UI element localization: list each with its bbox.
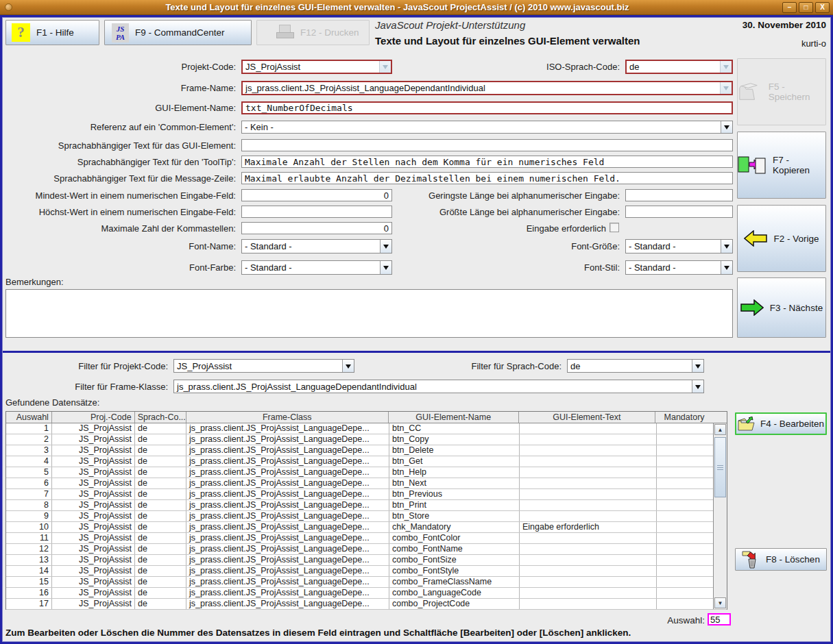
table-cell[interactable]: js_prass.client.JS_ProjAssist_LanguageDe… bbox=[186, 522, 389, 532]
table-cell[interactable]: de bbox=[135, 445, 186, 456]
table-cell[interactable]: js_prass.client.JS_ProjAssist_LanguageDe… bbox=[186, 544, 389, 554]
max-kommastellen-input[interactable]: 0 bbox=[241, 222, 392, 234]
table-cell[interactable]: js_prass.client.JS_ProjAssist_LanguageDe… bbox=[186, 456, 389, 467]
table-cell[interactable] bbox=[657, 544, 714, 554]
table-cell[interactable]: 15 bbox=[6, 577, 52, 587]
table-cell[interactable]: JS_ProjAssist bbox=[52, 423, 135, 434]
table-cell[interactable]: de bbox=[135, 544, 186, 554]
table-cell[interactable] bbox=[657, 500, 714, 510]
table-cell[interactable] bbox=[657, 467, 714, 478]
table-cell[interactable] bbox=[520, 423, 657, 434]
table-cell[interactable]: JS_ProjAssist bbox=[52, 599, 135, 609]
column-header[interactable]: GUI-Element-Name bbox=[389, 412, 519, 423]
table-cell[interactable]: js_prass.client.JS_ProjAssist_LanguageDe… bbox=[186, 423, 389, 434]
table-cell[interactable]: js_prass.client.JS_ProjAssist_LanguageDe… bbox=[186, 599, 389, 609]
table-cell[interactable]: de bbox=[135, 588, 186, 598]
table-cell[interactable]: combo_LanguageCode bbox=[389, 588, 520, 598]
table-cell[interactable]: combo_FrameClassName bbox=[389, 577, 520, 587]
filter-frame-klasse-combo[interactable]: js_prass.client.JS_ProjAssist_LanguageDe… bbox=[173, 380, 704, 393]
command-center-button[interactable]: JS PA F9 - CommandCenter bbox=[104, 20, 252, 45]
table-cell[interactable]: combo_FontSize bbox=[389, 555, 520, 565]
table-row[interactable]: 1JS_ProjAssistdejs_prass.client.JS_ProjA… bbox=[6, 423, 727, 434]
table-cell[interactable] bbox=[520, 445, 657, 456]
table-cell[interactable]: btn_Help bbox=[389, 467, 520, 478]
table-row[interactable]: 6JS_ProjAssistdejs_prass.client.JS_ProjA… bbox=[6, 478, 727, 489]
table-cell[interactable] bbox=[520, 478, 657, 488]
table-cell[interactable]: 11 bbox=[6, 533, 52, 543]
table-cell[interactable]: 6 bbox=[6, 478, 52, 488]
table-cell[interactable] bbox=[520, 434, 657, 445]
table-cell[interactable] bbox=[520, 588, 657, 598]
table-cell[interactable]: js_prass.client.JS_ProjAssist_LanguageDe… bbox=[186, 467, 389, 478]
projekt-code-combo[interactable]: JS_ProjAssist bbox=[241, 60, 392, 74]
table-cell[interactable] bbox=[657, 478, 714, 488]
table-cell[interactable]: js_prass.client.JS_ProjAssist_LanguageDe… bbox=[186, 566, 389, 576]
font-name-combo[interactable]: - Standard - bbox=[241, 239, 392, 253]
table-row[interactable]: 2JS_ProjAssistdejs_prass.client.JS_ProjA… bbox=[6, 434, 727, 445]
table-cell[interactable]: JS_ProjAssist bbox=[52, 577, 135, 587]
eingabe-erforderlich-checkbox[interactable] bbox=[609, 223, 619, 232]
table-cell[interactable]: JS_ProjAssist bbox=[52, 588, 135, 598]
table-cell[interactable] bbox=[657, 489, 714, 499]
table-cell[interactable]: 16 bbox=[6, 588, 52, 598]
table-row[interactable]: 8JS_ProjAssistdejs_prass.client.JS_ProjA… bbox=[6, 500, 727, 511]
hoechst-wert-input[interactable] bbox=[241, 206, 392, 218]
table-cell[interactable]: chk_Mandatory bbox=[389, 522, 520, 532]
table-row[interactable]: 4JS_ProjAssistdejs_prass.client.JS_ProjA… bbox=[6, 456, 727, 467]
column-header[interactable]: Frame-Class bbox=[186, 412, 389, 423]
font-groesse-combo[interactable]: - Standard - bbox=[625, 239, 733, 253]
chevron-down-icon[interactable] bbox=[721, 261, 732, 274]
column-header[interactable]: Sprach-Co... bbox=[135, 412, 186, 423]
filter-projekt-code-combo[interactable]: JS_ProjAssist bbox=[173, 359, 354, 373]
table-cell[interactable]: de bbox=[135, 577, 186, 587]
delete-button[interactable]: F8 - Löschen bbox=[735, 548, 827, 571]
geringste-laenge-input[interactable] bbox=[625, 189, 733, 201]
table-cell[interactable]: 13 bbox=[6, 555, 52, 565]
table-cell[interactable] bbox=[520, 577, 657, 587]
table-cell[interactable]: de bbox=[135, 456, 186, 467]
help-button[interactable]: ? F1 - Hilfe bbox=[5, 20, 99, 45]
table-cell[interactable]: 4 bbox=[6, 456, 52, 467]
table-cell[interactable] bbox=[520, 511, 657, 521]
table-cell[interactable] bbox=[657, 522, 714, 532]
table-cell[interactable] bbox=[520, 533, 657, 543]
table-cell[interactable]: JS_ProjAssist bbox=[52, 555, 135, 565]
table-cell[interactable]: JS_ProjAssist bbox=[52, 566, 135, 576]
table-cell[interactable]: js_prass.client.JS_ProjAssist_LanguageDe… bbox=[186, 533, 389, 543]
table-row[interactable]: 10JS_ProjAssistdejs_prass.client.JS_Proj… bbox=[6, 522, 727, 533]
table-cell[interactable]: js_prass.client.JS_ProjAssist_LanguageDe… bbox=[186, 511, 389, 521]
table-cell[interactable]: JS_ProjAssist bbox=[52, 478, 135, 488]
table-cell[interactable]: 9 bbox=[6, 511, 52, 521]
mindest-wert-input[interactable]: 0 bbox=[241, 189, 392, 201]
table-cell[interactable] bbox=[520, 500, 657, 510]
table-cell[interactable]: de bbox=[135, 533, 186, 543]
table-cell[interactable]: Eingabe erforderlich bbox=[520, 522, 657, 532]
table-cell[interactable]: btn_Copy bbox=[389, 434, 520, 445]
text-tooltip-input[interactable]: Maximale Anzahl der Stellen nach dem Kom… bbox=[241, 156, 733, 168]
table-cell[interactable] bbox=[520, 566, 657, 576]
table-cell[interactable]: js_prass.client.JS_ProjAssist_LanguageDe… bbox=[186, 489, 389, 499]
table-row[interactable]: 16JS_ProjAssistdejs_prass.client.JS_Proj… bbox=[6, 588, 727, 599]
table-scrollbar[interactable]: ▲ ▼ bbox=[713, 423, 727, 609]
table-cell[interactable] bbox=[520, 467, 657, 478]
table-cell[interactable]: js_prass.client.JS_ProjAssist_LanguageDe… bbox=[186, 577, 389, 587]
table-cell[interactable]: js_prass.client.JS_ProjAssist_LanguageDe… bbox=[186, 445, 389, 456]
column-header[interactable]: Proj.-Code bbox=[52, 412, 135, 423]
table-cell[interactable] bbox=[657, 456, 714, 467]
table-cell[interactable]: js_prass.client.JS_ProjAssist_LanguageDe… bbox=[186, 500, 389, 510]
table-cell[interactable] bbox=[657, 533, 714, 543]
scroll-up-button[interactable]: ▲ bbox=[714, 424, 726, 435]
table-cell[interactable] bbox=[520, 555, 657, 565]
table-cell[interactable]: 3 bbox=[6, 445, 52, 456]
table-row[interactable]: 17JS_ProjAssistdejs_prass.client.JS_Proj… bbox=[6, 599, 727, 610]
table-cell[interactable] bbox=[657, 588, 714, 598]
save-button[interactable]: F5 - Speichern bbox=[737, 58, 826, 125]
font-stil-combo[interactable]: - Standard - bbox=[625, 260, 733, 275]
table-cell[interactable]: 1 bbox=[6, 423, 52, 434]
table-cell[interactable]: btn_Delete bbox=[389, 445, 520, 456]
table-cell[interactable]: combo_FontName bbox=[389, 544, 520, 554]
table-row[interactable]: 3JS_ProjAssistdejs_prass.client.JS_ProjA… bbox=[6, 445, 727, 456]
chevron-down-icon[interactable] bbox=[721, 240, 732, 253]
table-cell[interactable]: 7 bbox=[6, 489, 52, 499]
scroll-down-button[interactable]: ▼ bbox=[714, 597, 726, 608]
